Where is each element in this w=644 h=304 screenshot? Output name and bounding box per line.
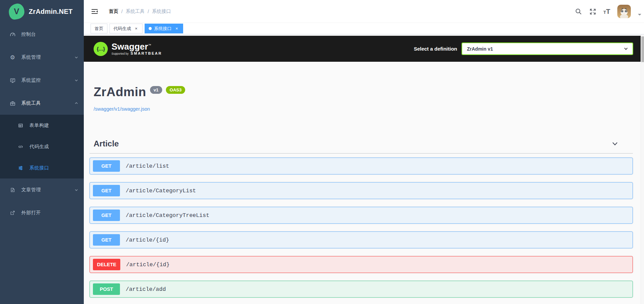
operation-path: /article/CategoryList [126,188,196,194]
monitor-icon [9,78,16,83]
sidebar-item-label: 控制台 [21,31,78,37]
swagger-logo-icon: {…} [94,42,108,56]
app-title: ZrAdmin.NET [29,8,73,16]
method-badge: GET [93,210,120,221]
font-size-icon[interactable]: TT [603,8,610,16]
tab-label: 首页 [95,26,103,32]
swagger-wordmark: Swagger [112,42,148,52]
sidebar-item-label: 表单构建 [29,122,78,129]
document-icon [9,187,16,193]
sidebar-item-code-generator[interactable]: 代码生成 [0,136,84,157]
avatar-caret-icon[interactable] [638,14,641,17]
tab-label: 系统接口 [154,26,172,32]
operation-row[interactable]: GET /article/CategoryList [90,182,633,199]
close-icon[interactable]: × [174,26,179,31]
code-icon [17,144,24,149]
scrollbar-thumb[interactable] [641,36,644,62]
breadcrumb-system-api: 系统接口 [152,8,171,15]
active-tab-dot [149,27,152,30]
close-icon[interactable]: × [134,26,139,31]
chevron-down-icon[interactable] [611,140,619,147]
tab-home[interactable]: 首页 [91,24,107,33]
search-icon[interactable] [575,8,582,15]
tag-section-header[interactable]: Article [90,136,633,152]
sidebar-item-system-monitor[interactable]: 系统监控 [0,69,84,92]
tag-section-title: Article [94,139,119,148]
sidebar-item-system-tools[interactable]: 系统工具 [0,92,84,115]
sidebar-item-system-api[interactable]: 系统接口 [0,157,84,178]
method-badge: POST [93,283,120,295]
sidebar-item-form-builder[interactable]: 表单构建 [0,115,84,136]
operation-row[interactable]: GET /article/{id} [90,231,633,248]
tab-system-api[interactable]: 系统接口 × [145,24,183,33]
fullscreen-icon[interactable] [589,8,596,15]
select-definition-label: Select a definition [414,46,457,52]
swagger-topbar: {…} Swagger™ Supported by SMARTBEAR Sele… [84,36,641,62]
chevron-down-icon [623,46,628,52]
sidebar-item-label: 外部打开 [21,210,78,216]
gear-icon: ⚙ [9,55,16,60]
operation-path: /article/add [126,286,166,293]
main-area: 首页 / 系统工具 / 系统接口 TT [84,0,644,304]
breadcrumb-home[interactable]: 首页 [109,8,118,15]
external-link-icon [9,210,16,216]
dashboard-icon [9,32,16,37]
section-divider [90,153,633,154]
api-info: ZrAdmin v1 OAS3 [94,85,185,99]
breadcrumb-system-tools[interactable]: 系统工具 [126,8,145,15]
sidebar-collapse-icon[interactable] [91,8,98,15]
operation-path: /article/{id} [126,237,169,243]
operation-path: /article/CategoryTreeList [126,212,209,219]
logo-icon: V [8,3,25,20]
smartbear-wordmark: SMARTBEAR [131,51,162,55]
operation-path: /article/{id} [126,261,170,268]
method-badge: DELETE [93,259,120,270]
definition-picker: Select a definition ZrAdmin v1 [414,43,633,55]
sidebar-submenu-system-tools: 表单构建 代码生成 [0,115,84,178]
chevron-down-icon [74,78,78,82]
sidebar-item-dashboard[interactable]: 控制台 [0,23,84,46]
table-icon [17,123,24,128]
version-badge: v1 [150,86,162,94]
operation-path: /article/list [126,163,169,169]
sidebar-item-external-open[interactable]: 外部打开 [0,201,84,224]
swagger-brand[interactable]: {…} Swagger™ Supported by SMARTBEAR [94,42,162,56]
tab-code-generator[interactable]: 代码生成 × [109,24,143,33]
selected-definition: ZrAdmin v1 [467,46,493,52]
chevron-down-icon [74,55,78,59]
sidebar-item-article-management[interactable]: 文章管理 [0,178,84,201]
definition-select[interactable]: ZrAdmin v1 [462,43,633,55]
swagger-brand-text: Swagger™ Supported by SMARTBEAR [112,42,162,55]
supported-by-label: Supported by [112,52,129,55]
operation-row[interactable]: POST /article/add [90,281,633,298]
header-actions: TT [575,0,641,23]
spec-json-link[interactable]: /swagger/v1/swagger.json [94,106,150,112]
breadcrumb-separator: / [148,9,149,14]
tab-label: 代码生成 [114,26,131,32]
sidebar-item-system-management[interactable]: ⚙ 系统管理 [0,46,84,69]
swagger-page: {…} Swagger™ Supported by SMARTBEAR Sele… [84,34,644,304]
toolbox-icon [9,101,16,106]
sidebar-item-label: 系统管理 [21,54,74,60]
sliders-icon [17,165,24,171]
scrollbar[interactable] [641,34,644,304]
operation-row[interactable]: GET /article/CategoryTreeList [90,207,633,224]
trademark: ™ [148,44,151,47]
breadcrumb: 首页 / 系统工具 / 系统接口 [109,8,171,15]
top-header: 首页 / 系统工具 / 系统接口 TT [84,0,644,23]
sidebar-item-label: 系统工具 [21,100,74,106]
app-window: V ZrAdmin.NET 控制台 ⚙ 系统管理 [0,0,644,304]
tag-section-article: Article GET /article/list GET /article/C… [90,136,633,304]
sidebar-menu: 控制台 ⚙ 系统管理 系统监控 [0,23,84,224]
chevron-up-icon [74,101,78,105]
tabbar: 首页 代码生成 × 系统接口 × [84,23,644,34]
sidebar-item-label: 代码生成 [29,144,78,150]
api-title: ZrAdmin [94,85,146,99]
method-badge: GET [93,185,120,196]
operation-row[interactable]: DELETE /article/{id} [90,256,633,273]
sidebar-item-label: 系统接口 [29,165,78,171]
operation-row[interactable]: GET /article/list [90,158,633,174]
avatar[interactable] [617,5,631,18]
app-logo[interactable]: V ZrAdmin.NET [0,0,84,23]
sidebar: V ZrAdmin.NET 控制台 ⚙ 系统管理 [0,0,84,304]
